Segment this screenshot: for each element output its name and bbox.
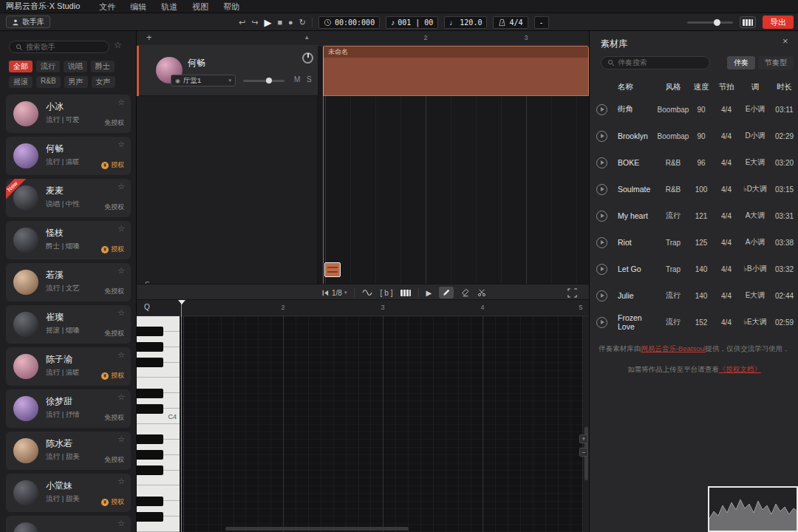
singer-card[interactable]: 崔璨 摇滚 | 烟嗓 ☆ 免授权 <box>6 305 131 344</box>
preview-play-icon[interactable] <box>596 264 607 275</box>
preview-play-icon[interactable] <box>596 104 607 115</box>
favorites-filter-icon[interactable]: ☆ <box>114 40 122 50</box>
piano-black-key[interactable] <box>137 434 163 444</box>
favorite-star-icon[interactable]: ☆ <box>117 434 125 444</box>
zoom-in-button[interactable]: + <box>579 434 588 443</box>
filter-female[interactable]: 女声 <box>92 76 115 88</box>
library-row[interactable]: Brooklyn Boombap 90 4/4 D小调 02:29 <box>590 123 798 149</box>
pitch-curve-tool[interactable] <box>362 288 372 297</box>
menu-help[interactable]: 帮助 <box>216 0 247 13</box>
library-row[interactable]: My heart 流行 121 4/4 A大调 03:31 <box>590 202 798 229</box>
export-button[interactable]: 导出 <box>763 16 794 29</box>
library-row[interactable]: 街角 Boombap 90 4/4 E小调 03:11 <box>590 96 798 123</box>
filter-rap[interactable]: 说唱 <box>64 61 87 72</box>
filter-jazz[interactable]: 爵士 <box>91 61 115 72</box>
license-doc-link[interactable]: 《授权文档》 <box>719 365 761 373</box>
filter-all[interactable]: 全部 <box>9 61 33 72</box>
piano-black-key[interactable] <box>137 497 163 506</box>
vocal-clip[interactable]: 未命名 <box>323 46 589 96</box>
play-button[interactable]: ▶ <box>264 18 271 27</box>
time-signature-display[interactable]: 4/4 <box>493 16 528 29</box>
filter-rnb[interactable]: R&B <box>36 76 61 88</box>
close-icon[interactable]: × <box>782 35 788 47</box>
arrange-header-strip[interactable]: + ▴ 2 3 <box>137 31 589 46</box>
horizontal-scroll-thumb[interactable] <box>225 527 409 531</box>
snap-control[interactable]: 1/8 ▾ <box>321 289 347 297</box>
piano-guide-toggle[interactable] <box>400 290 411 296</box>
master-volume-slider[interactable] <box>687 21 733 24</box>
track-pan-knob[interactable] <box>302 52 313 64</box>
stop-button[interactable]: ■ <box>277 18 282 27</box>
preview-play-icon[interactable] <box>596 157 607 168</box>
library-row[interactable]: BOKE R&B 96 4/4 E大调 03:20 <box>590 149 798 176</box>
favorite-star-icon[interactable]: ☆ <box>117 350 125 360</box>
library-row[interactable]: Julie 流行 140 4/4 E大调 02:44 <box>590 282 798 309</box>
loop-button[interactable]: ↻ <box>299 18 306 27</box>
singer-card[interactable]: 小冰 流行 | 可爱 ☆ 免授权 <box>6 95 131 133</box>
piano-roll-ruler[interactable]: Q 2 3 4 5 <box>137 300 589 316</box>
filter-rock[interactable]: 摇滚 <box>9 76 33 88</box>
redo-icon[interactable]: ↪ <box>251 18 258 27</box>
filter-pop[interactable]: 流行 <box>36 61 60 72</box>
accompaniment-search-input[interactable]: 伴奏搜索 <box>601 56 710 69</box>
piano-black-key[interactable] <box>137 466 163 475</box>
add-track-button[interactable]: + <box>146 32 152 43</box>
library-row[interactable]: Frozen Love 流行 152 4/4 ♭E大调 02:59 <box>590 309 798 335</box>
tab-accompaniment[interactable]: 伴奏 <box>727 56 755 69</box>
vertical-scrollbar[interactable] <box>584 316 589 532</box>
filter-male[interactable]: 男声 <box>64 76 88 88</box>
menu-file[interactable]: 文件 <box>92 0 123 13</box>
favorite-star-icon[interactable]: ☆ <box>117 308 125 318</box>
preview-play-icon[interactable] <box>596 211 607 222</box>
singer-card[interactable]: 徐梦甜 流行 | 抒情 ☆ 免授权 <box>6 389 131 428</box>
singer-card-partial[interactable]: ☆ <box>6 516 131 532</box>
preview-play-icon[interactable] <box>596 290 607 301</box>
singer-search-input[interactable]: 搜索歌手 <box>9 41 109 53</box>
preview-play-icon[interactable] <box>596 237 607 248</box>
mute-button[interactable]: M <box>294 75 300 83</box>
piano-black-key[interactable] <box>137 404 163 414</box>
pencil-tool[interactable] <box>439 287 454 299</box>
piano-black-key[interactable] <box>137 327 163 336</box>
favorite-star-icon[interactable]: ☆ <box>117 392 125 402</box>
piano-black-key[interactable] <box>137 358 163 367</box>
arrange-grid[interactable]: 未命名 <box>318 46 589 284</box>
note-grid[interactable] <box>180 316 584 532</box>
menu-track[interactable]: 轨道 <box>154 0 185 13</box>
library-row[interactable]: Riot Trap 125 4/4 A小调 03:38 <box>590 229 798 256</box>
quantize-button[interactable]: Q <box>144 303 150 311</box>
singer-card[interactable]: New 麦麦 说唱 | 中性 ☆ 免授权 <box>6 179 131 217</box>
singer-card[interactable]: 怪枝 爵士 | 烟嗓 ☆ ¥授权 <box>6 221 131 259</box>
singer-card[interactable]: 何畅 流行 | 温暖 ☆ ¥授权 <box>6 137 131 175</box>
undo-icon[interactable]: ↩ <box>239 18 245 27</box>
piano-black-key[interactable] <box>137 450 163 460</box>
reverb-preset-dropdown[interactable]: ◉ 厅堂1 ▾ <box>171 75 236 86</box>
singer-card[interactable]: 小堂妹 流行 | 甜美 ☆ ¥授权 <box>6 474 131 512</box>
singer-card[interactable]: 陈子渝 流行 | 温暖 ☆ ¥授权 <box>6 347 131 386</box>
library-row[interactable]: Soulmate R&B 100 4/4 ♭D大调 03:15 <box>590 176 798 202</box>
preview-play-icon[interactable] <box>596 317 607 328</box>
singer-library-button[interactable]: 歌手库 <box>6 16 50 28</box>
preview-play-icon[interactable] <box>596 184 607 195</box>
beat-clip[interactable] <box>324 262 341 277</box>
playhead-marker[interactable] <box>178 300 185 304</box>
time-display[interactable]: 00:00:000 <box>318 16 380 29</box>
provider-link[interactable]: 网易云音乐-Beatsoul <box>641 344 706 352</box>
piano-black-key[interactable] <box>137 389 163 398</box>
track-volume-slider[interactable] <box>243 80 284 82</box>
favorite-star-icon[interactable]: ☆ <box>117 266 125 276</box>
virtual-keyboard-button[interactable] <box>740 16 756 28</box>
singer-card[interactable]: 若溪 流行 | 文艺 ☆ 免授权 <box>6 263 131 301</box>
zoom-out-button[interactable]: − <box>579 448 588 457</box>
favorite-star-icon[interactable]: ☆ <box>117 182 125 191</box>
favorite-star-icon[interactable]: ☆ <box>117 477 125 486</box>
library-row[interactable]: Let Go Trap 140 4/4 ♭B小调 03:32 <box>590 256 798 282</box>
swing-display[interactable]: - <box>534 16 549 29</box>
menu-view[interactable]: 视图 <box>185 0 216 13</box>
bar-beat-display[interactable]: ♪ 001 | 00 <box>386 16 438 29</box>
collapse-track-icon[interactable]: ▴ <box>305 33 309 41</box>
record-button[interactable]: ● <box>288 18 293 27</box>
solo-button[interactable]: S <box>307 75 312 83</box>
preview-play-icon[interactable] <box>596 131 607 142</box>
piano-black-key[interactable] <box>137 342 163 352</box>
